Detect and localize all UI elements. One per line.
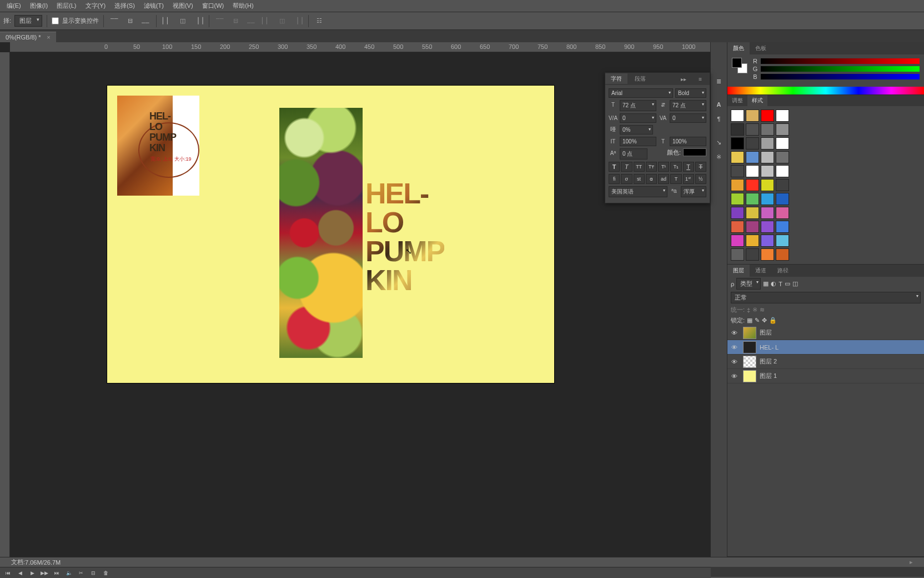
kerning-select[interactable]: 0 [620, 113, 656, 123]
filter-type-icon[interactable]: T [779, 281, 782, 287]
filter-smart-icon[interactable]: ◫ [792, 280, 798, 287]
style-swatch[interactable] [776, 207, 789, 219]
tab-color[interactable]: 颜色 [727, 42, 750, 54]
tab-styles[interactable]: 样式 [747, 95, 767, 106]
align-horizontal-centers-icon[interactable]: ◫ [177, 15, 189, 27]
character-panel[interactable]: 字符 段落 ▸▸ ≡ Arial Bold T 72 点 ⇵ 72 点 V/A … [605, 72, 710, 203]
style-swatch[interactable] [761, 248, 774, 261]
style-swatch[interactable] [746, 235, 759, 247]
prev-frame-button[interactable]: ◀ [14, 569, 26, 577]
style-swatch[interactable] [731, 193, 744, 205]
style-swatch[interactable] [746, 179, 759, 191]
layer-visibility-icon[interactable]: 👁 [727, 373, 741, 380]
delete-frame-button[interactable]: 🗑 [100, 569, 111, 577]
green-slider[interactable] [761, 66, 920, 72]
lock-image-icon[interactable]: ✎ [755, 317, 760, 324]
style-swatch[interactable] [731, 151, 744, 163]
style-swatch[interactable] [776, 109, 789, 122]
menu-layer[interactable]: 图层(L) [52, 0, 81, 12]
style-swatch[interactable] [776, 165, 789, 177]
style-swatch[interactable] [776, 123, 789, 136]
brushes-panel-icon[interactable]: ↘ [712, 136, 726, 149]
tracking-select[interactable]: 0 [670, 113, 706, 123]
blue-slider[interactable] [761, 74, 920, 79]
foreground-color-chip[interactable] [732, 58, 742, 68]
document-tab[interactable]: 0%(RGB/8) * × [0, 32, 56, 42]
fractions-button[interactable]: ½ [695, 174, 706, 184]
history-panel-icon[interactable]: ≣ [712, 74, 726, 88]
style-swatch[interactable] [746, 193, 759, 205]
style-swatch[interactable] [746, 137, 759, 150]
lock-position-icon[interactable]: ✥ [762, 317, 767, 324]
transition-button[interactable]: ⊟ [88, 569, 99, 577]
style-swatch[interactable] [761, 221, 774, 233]
layer-filter-kind-select[interactable]: 类型 [736, 278, 761, 290]
style-swatch[interactable] [761, 123, 774, 136]
paragraph-panel-icon[interactable]: ¶ [712, 112, 726, 126]
align-top-edges-icon[interactable]: ⎺⎺ [108, 15, 120, 27]
menu-type[interactable]: 文字(Y) [81, 0, 111, 12]
style-swatch[interactable] [776, 193, 789, 205]
baseline-shift-input[interactable]: 0 点 [620, 148, 647, 160]
style-swatch[interactable] [746, 207, 759, 219]
vertical-scale-input[interactable]: 100% [620, 137, 656, 146]
character-panel-icon[interactable]: A [712, 98, 726, 111]
layer-row[interactable]: 👁图层 1 [727, 369, 924, 383]
menu-filter[interactable]: 滤镜(T) [139, 0, 168, 12]
layer-thumbnail[interactable] [743, 341, 756, 353]
filter-image-icon[interactable]: ▦ [763, 280, 769, 287]
style-swatch[interactable] [761, 109, 774, 122]
lock-transparent-icon[interactable]: ▦ [747, 317, 752, 324]
style-swatch[interactable] [761, 137, 774, 150]
go-last-frame-button[interactable]: ⏭ [51, 569, 62, 577]
distribute-bottom-icon[interactable]: ⎽⎽ [245, 15, 257, 27]
style-swatch[interactable] [731, 221, 744, 233]
split-clip-button[interactable]: ✂ [76, 569, 87, 577]
style-swatch[interactable] [746, 221, 759, 233]
titling-alt-button[interactable]: T [670, 174, 681, 184]
go-first-frame-button[interactable]: ⏮ [2, 569, 13, 577]
artboard[interactable]: HEL- LO PUMP KIN 宽:0, 上:0, 大小:19 HEL- LO… [107, 86, 554, 383]
style-swatch[interactable] [731, 248, 744, 261]
status-chevron-icon[interactable]: ▸ [910, 559, 913, 566]
contextual-alt-button[interactable]: σ [621, 174, 632, 184]
layer-thumbnail[interactable] [743, 356, 756, 368]
menu-help[interactable]: 帮助(H) [228, 0, 258, 12]
layer-row[interactable]: 👁图层 [727, 326, 924, 340]
discretionary-lig-button[interactable]: st [634, 174, 645, 184]
underline-button[interactable]: T [683, 162, 694, 172]
language-select[interactable]: 美国英语 [609, 186, 667, 197]
collapse-panel-icon[interactable]: ▸▸ [675, 74, 692, 84]
style-swatch[interactable] [731, 235, 744, 247]
red-slider[interactable] [761, 58, 920, 64]
layer-visibility-icon[interactable]: 👁 [727, 344, 741, 351]
audio-toggle-button[interactable]: 🔈 [63, 569, 74, 577]
style-swatch[interactable] [746, 165, 759, 177]
style-swatch[interactable] [746, 151, 759, 163]
unify-visibility-icon[interactable]: ※ [752, 306, 757, 313]
layer-thumbnail[interactable] [743, 327, 756, 339]
small-caps-button[interactable]: Tᴛ [646, 162, 657, 172]
style-swatch[interactable] [761, 151, 774, 163]
antialias-select[interactable]: 浑厚 [681, 186, 706, 197]
style-swatch[interactable] [731, 179, 744, 191]
tsume-select[interactable]: 0% [620, 125, 653, 134]
stylistic-alt-button[interactable]: ad [658, 174, 669, 184]
auto-align-icon[interactable]: ☷ [313, 15, 325, 27]
layer-visibility-icon[interactable]: 👁 [727, 358, 741, 365]
align-bottom-edges-icon[interactable]: ⎽⎽ [139, 15, 152, 27]
ordinals-button[interactable]: 1ˢᵗ [683, 174, 694, 184]
all-caps-button[interactable]: TT [634, 162, 645, 172]
style-swatch[interactable] [746, 248, 759, 261]
style-swatch[interactable] [731, 207, 744, 219]
tab-paths[interactable]: 路径 [772, 265, 794, 277]
layer-visibility-icon[interactable]: 👁 [727, 330, 741, 336]
font-family-select[interactable]: Arial [609, 88, 673, 98]
style-swatch[interactable] [761, 207, 774, 219]
lock-all-icon[interactable]: 🔒 [769, 317, 777, 324]
distribute-vcenter-icon[interactable]: ⊟ [229, 15, 242, 27]
style-swatch[interactable] [776, 248, 789, 261]
style-swatch[interactable] [761, 193, 774, 205]
target-layer-select[interactable]: 图层 [14, 15, 42, 27]
tab-swatches[interactable]: 色板 [750, 42, 772, 54]
